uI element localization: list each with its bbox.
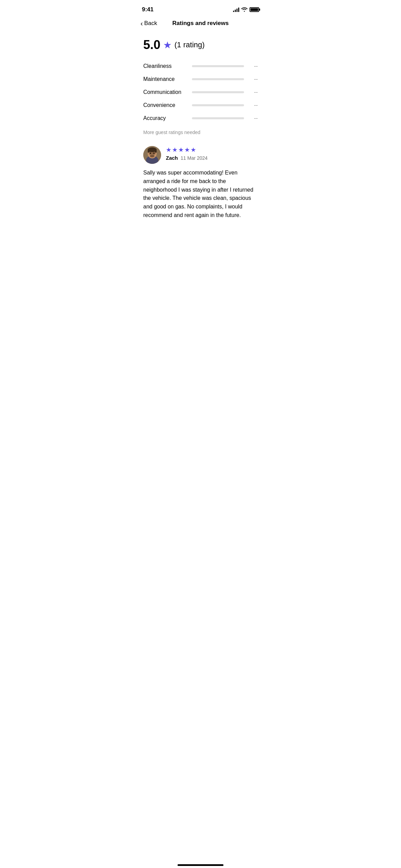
reviewer-avatar — [143, 146, 161, 164]
svg-point-6 — [150, 153, 151, 154]
review-star-5: ★ — [191, 146, 196, 154]
nav-header: ‹ Back Ratings and reviews — [134, 17, 267, 32]
rating-count: (1 rating) — [174, 40, 205, 49]
rating-row-maintenance: Maintenance -- — [143, 76, 258, 82]
svg-rect-5 — [155, 149, 157, 153]
review-card: ★ ★ ★ ★ ★ Zach 11 Mar 2024 Sally was sup… — [143, 146, 258, 220]
main-content: 5.0 ★ (1 rating) Cleanliness -- Maintena… — [134, 32, 267, 225]
status-bar: 9:41 — [134, 0, 267, 17]
rating-row-cleanliness: Cleanliness -- — [143, 63, 258, 69]
svg-point-11 — [150, 155, 155, 157]
communication-label: Communication — [143, 89, 188, 95]
cleanliness-bar — [192, 65, 244, 67]
svg-rect-4 — [148, 149, 149, 153]
overall-rating: 5.0 ★ (1 rating) — [143, 38, 258, 52]
page-title: Ratings and reviews — [172, 20, 229, 27]
review-date: 11 Mar 2024 — [181, 155, 208, 161]
svg-point-7 — [153, 153, 155, 154]
more-ratings-text: More guest ratings needed — [143, 130, 258, 135]
reviewer-name: Zach — [166, 155, 178, 161]
maintenance-bar — [192, 78, 244, 80]
convenience-value: -- — [248, 102, 258, 108]
review-meta: ★ ★ ★ ★ ★ Zach 11 Mar 2024 — [166, 146, 258, 161]
maintenance-label: Maintenance — [143, 76, 188, 82]
status-icons — [233, 7, 259, 13]
review-star-3: ★ — [178, 146, 184, 154]
back-chevron-icon: ‹ — [141, 20, 143, 27]
rating-score: 5.0 — [143, 38, 160, 52]
review-stars: ★ ★ ★ ★ ★ — [166, 146, 258, 154]
review-text: Sally was super accommodating! Even arra… — [143, 169, 258, 220]
review-star-1: ★ — [166, 146, 171, 154]
accuracy-value: -- — [248, 115, 258, 121]
communication-value: -- — [248, 89, 258, 95]
back-button[interactable]: ‹ Back — [141, 20, 157, 27]
reviewer-info: Zach 11 Mar 2024 — [166, 155, 258, 161]
signal-icon — [233, 7, 239, 12]
review-star-2: ★ — [172, 146, 178, 154]
rating-row-accuracy: Accuracy -- — [143, 115, 258, 121]
accuracy-bar — [192, 117, 244, 119]
back-label: Back — [144, 20, 157, 27]
cleanliness-label: Cleanliness — [143, 63, 188, 69]
wifi-icon — [241, 7, 247, 13]
accuracy-label: Accuracy — [143, 115, 188, 121]
cleanliness-value: -- — [248, 63, 258, 69]
maintenance-value: -- — [248, 76, 258, 82]
convenience-bar — [192, 104, 244, 106]
review-star-4: ★ — [184, 146, 190, 154]
status-time: 9:41 — [142, 6, 154, 13]
communication-bar — [192, 91, 244, 93]
review-header: ★ ★ ★ ★ ★ Zach 11 Mar 2024 — [143, 146, 258, 164]
convenience-label: Convenience — [143, 102, 188, 108]
overall-star-icon: ★ — [163, 39, 172, 51]
battery-icon — [250, 7, 259, 12]
rating-row-convenience: Convenience -- — [143, 102, 258, 108]
rating-categories: Cleanliness -- Maintenance -- Communicat… — [143, 63, 258, 121]
rating-row-communication: Communication -- — [143, 89, 258, 95]
